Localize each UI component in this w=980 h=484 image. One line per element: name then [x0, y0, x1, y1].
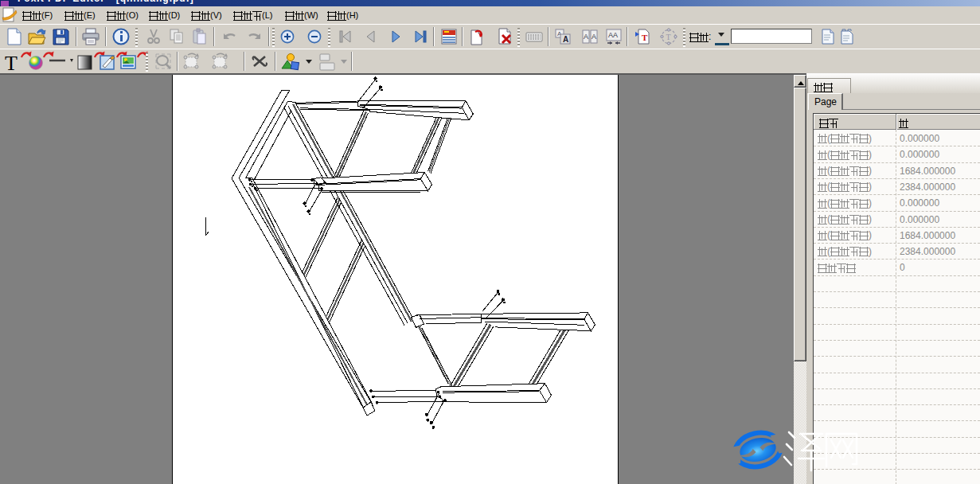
svg-text:T: T — [642, 33, 648, 42]
svg-text:T: T — [5, 52, 18, 72]
svg-text:T: T — [666, 33, 671, 41]
svg-text:A: A — [584, 33, 588, 41]
svg-text:A: A — [592, 33, 596, 41]
svg-text:A: A — [563, 35, 568, 44]
svg-text:AA: AA — [608, 31, 618, 39]
